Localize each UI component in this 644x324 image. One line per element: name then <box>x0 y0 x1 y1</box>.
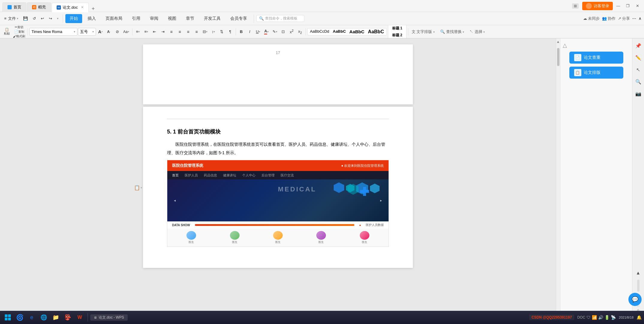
cut-btn[interactable]: ✂ 剪切 <box>12 25 26 29</box>
menu-references[interactable]: 引用 <box>128 14 145 23</box>
nav-admin[interactable]: 后台管理 <box>261 173 275 178</box>
preset-aabb-1[interactable]: AaBbCcDd <box>310 29 329 34</box>
subscript-btn[interactable]: x2 <box>296 28 304 36</box>
scroll-up-btn[interactable]: ▲ <box>634 268 643 278</box>
share-button[interactable]: ↗ 分享 <box>618 16 630 21</box>
tray-sound-icon[interactable]: 🔊 <box>598 315 603 320</box>
grow-font-btn[interactable]: A+ <box>97 28 104 36</box>
preset-aabb-4[interactable]: AaBbC <box>368 29 384 34</box>
indent-increase-btn[interactable]: ⇥ <box>159 28 167 36</box>
tray-battery-icon[interactable]: 🔋 <box>604 315 610 320</box>
menu-member[interactable]: 会员专享 <box>226 14 251 23</box>
panel-up-button[interactable]: △ <box>563 42 567 49</box>
page-icon-arrow[interactable]: ▾ <box>141 186 142 189</box>
edit-icon-btn[interactable]: ✏️ <box>634 53 643 62</box>
sort-btn[interactable]: ⇅ <box>218 28 226 36</box>
paste-btn[interactable]: 📋 粘贴 <box>2 28 11 36</box>
undo-arrow-btn[interactable]: ↩ <box>39 15 46 22</box>
underline-btn[interactable]: U▾ <box>254 28 262 36</box>
preset-aabb-2[interactable]: AaBbC <box>333 29 346 34</box>
taskbar-app-fan[interactable]: 🌀 <box>14 312 25 323</box>
style-h2[interactable]: 标题 2 <box>391 32 404 38</box>
taskbar-app-ie[interactable]: e <box>26 312 37 323</box>
align-left-btn[interactable]: ≡ <box>168 28 175 36</box>
columns-btn[interactable]: ⊟▾ <box>201 28 209 36</box>
font-color-btn[interactable]: A▾ <box>263 28 270 36</box>
taskbar-app-wps[interactable]: W <box>74 312 85 323</box>
close-button[interactable]: ✕ <box>633 2 642 10</box>
font-size-selector[interactable]: 五号 ▾ <box>78 28 96 36</box>
find-replace-btn[interactable]: 🔍 查找替换 ▾ <box>438 28 466 35</box>
tab-close-icon[interactable]: ✕ <box>81 5 84 9</box>
nav-exchange[interactable]: 医疗交流 <box>281 173 294 178</box>
highlight-btn[interactable]: ✎▾ <box>271 28 279 36</box>
search-box[interactable]: 🔍 查找命令，搜索模板 <box>256 15 304 22</box>
clear-format-btn[interactable]: ⊘ <box>113 28 121 36</box>
taskbar-app-folder[interactable]: 📁 <box>50 312 61 323</box>
paper-check-button[interactable]: 📄 论文查重 <box>569 52 623 64</box>
bullets-btn[interactable]: ≡▾ <box>134 28 142 36</box>
page-left-icon[interactable]: 📋 ▾ <box>134 184 142 190</box>
tray-network-icon[interactable]: 📶 <box>592 315 597 320</box>
menu-icon-btn[interactable]: ≡ 文件 ▾ <box>2 15 20 22</box>
taskbar-app-edge[interactable]: 🌐 <box>38 312 49 323</box>
show-para-btn[interactable]: ¶ <box>226 28 234 36</box>
change-case-btn[interactable]: Aa▾ <box>122 28 131 36</box>
copy-btn[interactable]: 📄 复制 <box>12 30 26 34</box>
menu-insert[interactable]: 插入 <box>83 14 100 23</box>
redo-btn[interactable]: ↪ <box>47 15 54 22</box>
taskbar-active-window[interactable]: 🖥 论文.doc - WPS <box>90 314 128 321</box>
maximize-button[interactable]: ❐ <box>624 2 632 10</box>
tab-daoke[interactable]: 稻 稻壳 <box>27 2 51 12</box>
layout-icon[interactable]: ⊞ <box>572 3 579 9</box>
camera-icon-btn[interactable]: 📷 <box>634 89 643 98</box>
menu-start[interactable]: 开始 <box>65 14 82 23</box>
minimize-button[interactable]: — <box>614 2 622 10</box>
menu-devtools[interactable]: 开发工具 <box>200 14 225 23</box>
nav-home[interactable]: 首页 <box>172 173 179 178</box>
login-button[interactable]: 访客登录 <box>582 2 613 10</box>
undo-btn[interactable]: ↺ <box>31 15 38 22</box>
search2-icon-btn[interactable]: 🔍 <box>634 77 643 86</box>
align-right-btn[interactable]: ≡ <box>184 28 192 36</box>
add-tab-button[interactable]: + <box>89 6 97 12</box>
select-btn[interactable]: ↖ 选择 ▾ <box>468 28 487 35</box>
preset-aabb-3[interactable]: AaBbC <box>349 29 364 34</box>
superscript-btn[interactable]: x2 <box>288 28 296 36</box>
tab-home[interactable]: 首页 <box>2 2 26 12</box>
paper-format-button[interactable]: 📋 论文排版 <box>569 67 623 79</box>
taskbar-start[interactable] <box>2 312 13 323</box>
format-paint-btn[interactable]: 🖌 格式刷 <box>12 34 26 38</box>
style-h1[interactable]: 标题 1 <box>391 25 404 32</box>
line-spacing-btn[interactable]: ↕▾ <box>210 28 217 36</box>
doc-scroll[interactable]: 17 📋 ▾ 5. 1 前台首页功能模块 医院住院管理系统，在医院住院管理系统首… <box>0 38 556 314</box>
tray-bluetooth-icon[interactable]: 📡 <box>611 315 616 320</box>
menu-view[interactable]: 视图 <box>164 14 180 23</box>
char-border-btn[interactable]: ⊡ <box>279 28 287 36</box>
tray-notif-icon[interactable]: 🔔 <box>637 315 642 320</box>
sync-button[interactable]: ☁ 未同步 <box>583 16 600 21</box>
italic-btn[interactable]: I <box>246 28 254 36</box>
shrink-font-btn[interactable]: A- <box>105 28 113 36</box>
taskbar-clock[interactable]: 2021/8/18 <box>619 316 634 319</box>
cursor-icon-btn[interactable]: ↖ <box>634 65 643 74</box>
align-center-btn[interactable]: ≡ <box>176 28 184 36</box>
save-btn[interactable]: 💾 <box>21 15 30 22</box>
nav-staff[interactable]: 医护人员 <box>185 173 198 178</box>
nav-personal[interactable]: 个人中心 <box>242 173 255 178</box>
tray-shield-icon[interactable]: 🛡 <box>586 315 591 320</box>
menu-page-layout[interactable]: 页面布局 <box>101 14 127 23</box>
indent-decrease-btn[interactable]: ⇤ <box>151 28 159 36</box>
font-name-selector[interactable]: Times New Roma ▾ <box>29 28 77 36</box>
tray-doc-icon[interactable]: DOC <box>577 315 585 320</box>
more-button[interactable]: ··· <box>632 16 636 21</box>
menu-review[interactable]: 审阅 <box>146 14 162 23</box>
doc-scrollbar[interactable]: ▲ <box>556 38 560 314</box>
collapse-button[interactable]: ∧ <box>639 16 642 21</box>
justify-btn[interactable]: ≡ <box>193 28 201 36</box>
numbering-btn[interactable]: ≡▾ <box>142 28 150 36</box>
file-menu[interactable]: 文件 <box>8 16 16 21</box>
redo-arrow-btn[interactable]: ▾ <box>55 16 60 21</box>
menu-chapter[interactable]: 章节 <box>182 14 198 23</box>
page-main[interactable]: 📋 ▾ 5. 1 前台首页功能模块 医院住院管理系统，在医院住院管理系统首页可以… <box>143 107 413 268</box>
